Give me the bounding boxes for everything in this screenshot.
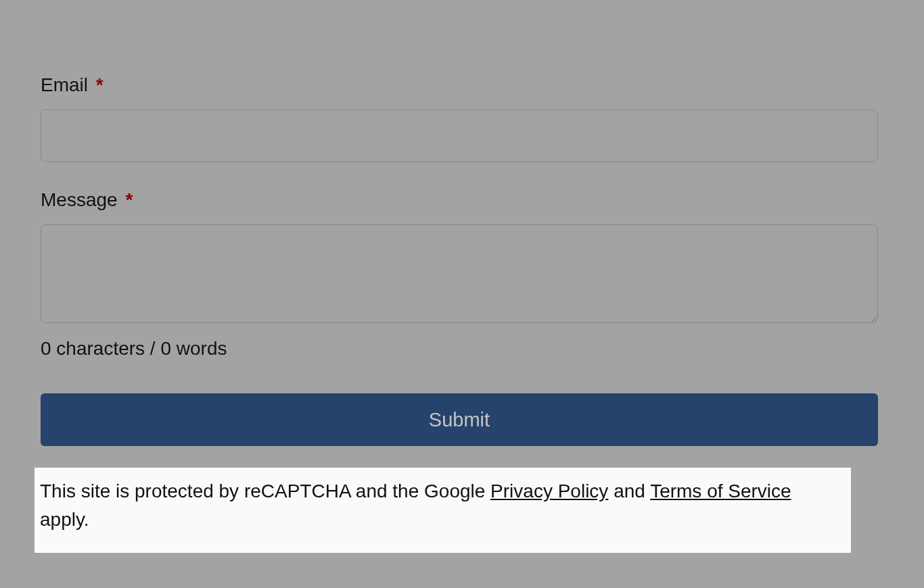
privacy-policy-link[interactable]: Privacy Policy xyxy=(490,481,608,501)
message-label: Message * xyxy=(41,189,883,211)
email-label-text: Email xyxy=(41,74,88,95)
required-marker: * xyxy=(96,74,103,95)
email-label: Email * xyxy=(41,74,883,96)
email-field-group: Email * xyxy=(41,74,883,162)
contact-form: Email * Message * 0 characters / 0 words… xyxy=(0,0,924,446)
message-field-group: Message * 0 characters / 0 words xyxy=(41,189,883,360)
character-word-counter: 0 characters / 0 words xyxy=(41,338,883,360)
message-label-text: Message xyxy=(41,189,118,210)
recaptcha-notice: This site is protected by reCAPTCHA and … xyxy=(34,468,851,553)
terms-of-service-link[interactable]: Terms of Service xyxy=(650,481,791,501)
submit-button[interactable]: Submit xyxy=(41,393,878,446)
email-input[interactable] xyxy=(41,109,878,162)
recaptcha-mid: and xyxy=(608,481,650,501)
textarea-wrapper xyxy=(41,224,878,326)
recaptcha-suffix: apply. xyxy=(40,509,89,530)
required-marker: * xyxy=(125,189,133,210)
message-textarea[interactable] xyxy=(41,224,878,323)
recaptcha-prefix: This site is protected by reCAPTCHA and … xyxy=(40,481,490,501)
